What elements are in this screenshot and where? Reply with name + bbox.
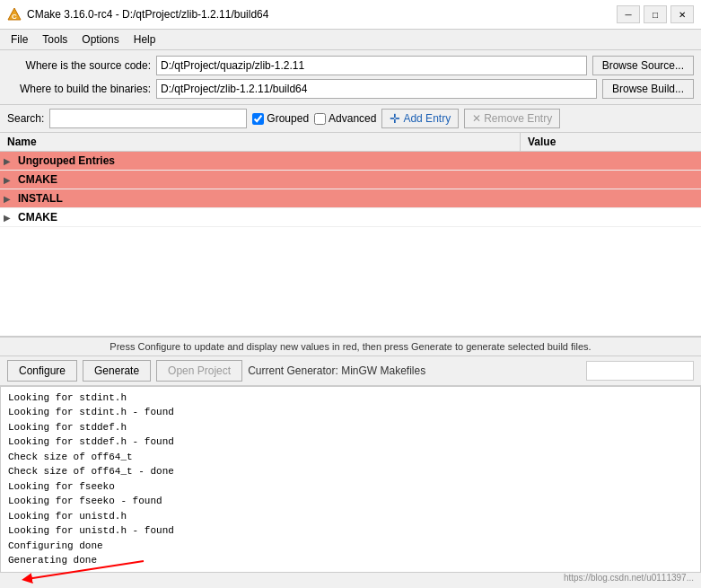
column-name-header: Name	[0, 133, 521, 151]
expand-icon: ▶	[0, 156, 14, 166]
log-line: Looking for stdint.h	[8, 391, 693, 406]
open-project-button[interactable]: Open Project	[156, 360, 242, 382]
svg-text:C: C	[12, 13, 17, 21]
log-line: Looking for fseeko - found	[8, 494, 693, 509]
entries-table: Name Value ▶ Ungrouped Entries ▶ CMAKE ▶…	[0, 133, 701, 337]
url-label: https://blog.csdn.net/u0111397...	[564, 573, 694, 583]
row-name: Ungrouped Entries	[14, 152, 517, 170]
build-row: Where to build the binaries: Browse Buil…	[7, 79, 694, 99]
log-line: Looking for stddef.h - found	[8, 434, 693, 450]
log-lines: Looking for stdint.hLooking for stdint.h…	[8, 391, 693, 568]
browse-source-button[interactable]: Browse Source...	[592, 56, 694, 75]
add-entry-button[interactable]: ✛ Add Entry	[381, 109, 459, 128]
table-row[interactable]: ▶ INSTALL	[0, 189, 701, 208]
grouped-checkbox[interactable]	[252, 113, 264, 125]
log-line: Generating done	[8, 553, 693, 568]
column-value-header: Value	[521, 133, 701, 151]
log-line: Check size of off64_t	[8, 450, 693, 465]
remove-icon: ✕	[472, 112, 481, 125]
row-value	[517, 215, 701, 220]
build-input[interactable]	[156, 79, 597, 99]
table-header: Name Value	[0, 133, 701, 152]
menu-tools[interactable]: Tools	[35, 31, 74, 48]
expand-icon: ▶	[0, 213, 14, 223]
row-name: CMAKE	[14, 171, 517, 189]
log-line: Looking for stdint.h - found	[8, 405, 693, 420]
log-line: Looking for stddef.h	[8, 420, 693, 435]
log-line: Looking for unistd.h	[8, 509, 693, 524]
generate-button[interactable]: Generate	[83, 360, 151, 382]
log-line: Check size of off64_t - done	[8, 464, 693, 479]
search-label: Search:	[7, 112, 44, 125]
log-line: Looking for unistd.h - found	[8, 523, 693, 539]
log-line: Looking for fseeko	[8, 479, 693, 495]
window-controls: ─ □ ✕	[617, 5, 694, 23]
row-name: CMAKE	[14, 208, 517, 226]
remove-entry-button[interactable]: ✕ Remove Entry	[464, 109, 560, 128]
plus-icon: ✛	[390, 111, 400, 126]
form-area: Where is the source code: Browse Source.…	[0, 50, 701, 105]
row-name: INSTALL	[14, 189, 517, 207]
minimize-button[interactable]: ─	[617, 5, 640, 23]
expand-icon: ▶	[0, 175, 14, 185]
add-entry-label: Add Entry	[403, 112, 451, 125]
window-title: CMake 3.16.0-rc4 - D:/qtProject/zlib-1.2…	[27, 8, 617, 21]
log-line: Configuring done	[8, 539, 693, 554]
app-icon: C	[7, 7, 22, 22]
table-row[interactable]: ▶ CMAKE	[0, 171, 701, 189]
title-bar: C CMake 3.16.0-rc4 - D:/qtProject/zlib-1…	[0, 0, 701, 30]
table-row[interactable]: ▶ Ungrouped Entries	[0, 152, 701, 171]
remove-entry-label: Remove Entry	[484, 112, 552, 125]
status-text: Press Configure to update and display ne…	[110, 341, 591, 352]
row-value	[517, 196, 701, 201]
advanced-checkbox[interactable]	[314, 113, 326, 125]
grouped-checkbox-label[interactable]: Grouped	[252, 112, 309, 125]
bottom-toolbar: Configure Generate Open Project Current …	[0, 356, 701, 386]
source-label: Where is the source code:	[7, 59, 151, 72]
row-value	[517, 177, 701, 182]
menu-help[interactable]: Help	[127, 31, 163, 48]
search-input[interactable]	[49, 109, 247, 128]
advanced-checkbox-label[interactable]: Advanced	[314, 112, 376, 125]
log-area: Looking for stdint.hLooking for stdint.h…	[0, 386, 701, 573]
configure-button[interactable]: Configure	[7, 360, 77, 382]
menu-file[interactable]: File	[4, 31, 35, 48]
build-label: Where to build the binaries:	[7, 83, 151, 95]
advanced-label: Advanced	[329, 112, 376, 125]
menu-options[interactable]: Options	[74, 31, 126, 48]
close-button[interactable]: ✕	[670, 5, 694, 23]
log-wrapper: Looking for stdint.hLooking for stdint.h…	[0, 386, 701, 589]
generator-label: Current Generator: MinGW Makefiles	[248, 364, 425, 377]
status-bar: Press Configure to update and display ne…	[0, 337, 701, 356]
browse-build-button[interactable]: Browse Build...	[602, 79, 694, 99]
grouped-label: Grouped	[267, 112, 309, 125]
search-filter-input[interactable]	[586, 361, 694, 381]
source-input[interactable]	[156, 56, 587, 75]
source-row: Where is the source code: Browse Source.…	[7, 56, 694, 75]
table-body: ▶ Ungrouped Entries ▶ CMAKE ▶ INSTALL ▶ …	[0, 152, 701, 227]
search-row: Search: Grouped Advanced ✛ Add Entry ✕ R…	[0, 105, 701, 133]
maximize-button[interactable]: □	[644, 5, 667, 23]
table-row[interactable]: ▶ CMAKE	[0, 208, 701, 227]
menu-bar: File Tools Options Help	[0, 30, 701, 50]
expand-icon: ▶	[0, 194, 14, 204]
row-value	[517, 158, 701, 163]
